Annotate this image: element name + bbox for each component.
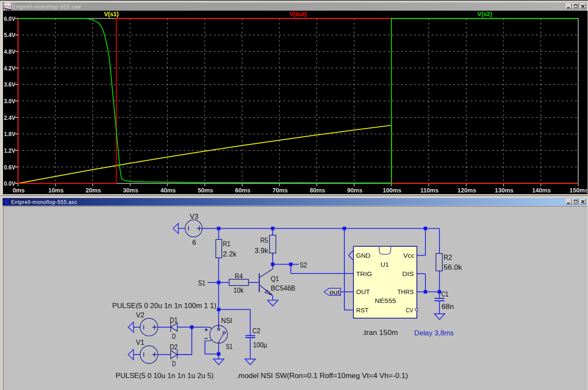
svg-text:120ms: 120ms bbox=[457, 187, 476, 194]
svg-text:C1: C1 bbox=[441, 290, 448, 298]
svg-text:D1: D1 bbox=[170, 316, 178, 324]
svg-text:D: D bbox=[172, 332, 176, 341]
svg-text:V1: V1 bbox=[136, 338, 145, 346]
svg-text:Vcc: Vcc bbox=[403, 252, 415, 259]
svg-text:0.6V: 0.6V bbox=[4, 163, 15, 171]
svg-text:S1: S1 bbox=[198, 279, 206, 287]
svg-text:6: 6 bbox=[192, 239, 196, 247]
svg-text:NSI: NSI bbox=[221, 317, 232, 325]
svg-text:70ms: 70ms bbox=[272, 187, 288, 194]
svg-text:CV: CV bbox=[406, 307, 413, 314]
svg-text:R5: R5 bbox=[260, 236, 268, 244]
svg-text:140ms: 140ms bbox=[532, 187, 551, 194]
svg-text:150ms: 150ms bbox=[570, 187, 587, 194]
svg-text:2.4V: 2.4V bbox=[4, 114, 15, 121]
svg-text:D: D bbox=[172, 360, 176, 368]
svg-text:PULSE(5 0 20u 1n 1n 100m 1 1): PULSE(5 0 20u 1n 1n 100m 1 1) bbox=[112, 302, 216, 310]
svg-text:TRIG: TRIG bbox=[356, 271, 373, 277]
svg-text:R2: R2 bbox=[444, 253, 452, 262]
svg-text:.tran 150m: .tran 150m bbox=[362, 329, 398, 337]
svg-text:V(out): V(out) bbox=[289, 11, 306, 17]
svg-text:6.0V: 6.0V bbox=[4, 15, 15, 22]
svg-text:4.2V: 4.2V bbox=[4, 64, 15, 72]
svg-text:DIS: DIS bbox=[402, 271, 414, 277]
svg-text:R1: R1 bbox=[223, 240, 230, 248]
svg-text:NE555: NE555 bbox=[375, 297, 396, 304]
svg-text:20ms: 20ms bbox=[86, 187, 101, 194]
svg-text:V(s1): V(s1) bbox=[104, 11, 119, 17]
svg-text:130ms: 130ms bbox=[495, 187, 514, 194]
svg-text:out: out bbox=[329, 288, 340, 296]
svg-text:100ms: 100ms bbox=[383, 187, 402, 194]
svg-text:THRS: THRS bbox=[397, 288, 413, 295]
svg-text:Delay 3,8ms: Delay 3,8ms bbox=[414, 329, 454, 337]
svg-text:3.6V: 3.6V bbox=[4, 81, 15, 88]
svg-text:90ms: 90ms bbox=[347, 187, 362, 194]
svg-text:4.8V: 4.8V bbox=[4, 48, 15, 55]
svg-text:0ms: 0ms bbox=[13, 187, 25, 194]
svg-text:50ms: 50ms bbox=[198, 187, 213, 194]
svg-text:D2: D2 bbox=[170, 343, 178, 351]
svg-text:U1: U1 bbox=[381, 261, 389, 268]
svg-text:3.9k: 3.9k bbox=[254, 247, 268, 255]
svg-text:GND: GND bbox=[356, 252, 371, 259]
svg-text:10ms: 10ms bbox=[48, 187, 64, 194]
svg-text:2.2k: 2.2k bbox=[223, 250, 236, 258]
svg-text:80ms: 80ms bbox=[310, 187, 325, 194]
svg-text:S1: S1 bbox=[226, 343, 233, 351]
svg-text:110ms: 110ms bbox=[420, 187, 439, 194]
svg-text:Q1: Q1 bbox=[271, 275, 279, 283]
svg-text:5.4V: 5.4V bbox=[4, 31, 15, 38]
svg-text:60ms: 60ms bbox=[235, 187, 250, 194]
svg-text:68n: 68n bbox=[442, 303, 454, 311]
svg-text:V3: V3 bbox=[190, 212, 198, 221]
svg-text:56.0k: 56.0k bbox=[444, 263, 463, 271]
svg-text:40ms: 40ms bbox=[160, 187, 176, 194]
svg-text:OUT: OUT bbox=[356, 288, 370, 295]
svg-text:C2: C2 bbox=[252, 327, 260, 335]
svg-text:3.0V: 3.0V bbox=[4, 97, 15, 105]
svg-text:BC546B: BC546B bbox=[271, 284, 295, 292]
svg-text:30ms: 30ms bbox=[123, 187, 138, 194]
svg-text:1.2V: 1.2V bbox=[4, 147, 15, 154]
svg-text:1.8V: 1.8V bbox=[4, 130, 15, 137]
svg-text:10k: 10k bbox=[233, 286, 244, 294]
svg-text:.model NSI SW(Ron=0.1 Roff=10m: .model NSI SW(Ron=0.1 Roff=10meg Vt=4 Vh… bbox=[236, 372, 408, 380]
svg-text:S2: S2 bbox=[300, 261, 307, 269]
svg-text:100µ: 100µ bbox=[253, 341, 267, 349]
svg-text:V(s2): V(s2) bbox=[477, 11, 492, 17]
svg-text:R4: R4 bbox=[235, 272, 243, 280]
svg-text:PULSE(5 0 10u 1n 1n 1u 2u 5): PULSE(5 0 10u 1n 1n 1u 2u 5) bbox=[116, 372, 214, 380]
svg-text:RST: RST bbox=[356, 307, 369, 314]
svg-text:V2: V2 bbox=[136, 311, 145, 319]
svg-text:0.0V: 0.0V bbox=[4, 180, 15, 187]
